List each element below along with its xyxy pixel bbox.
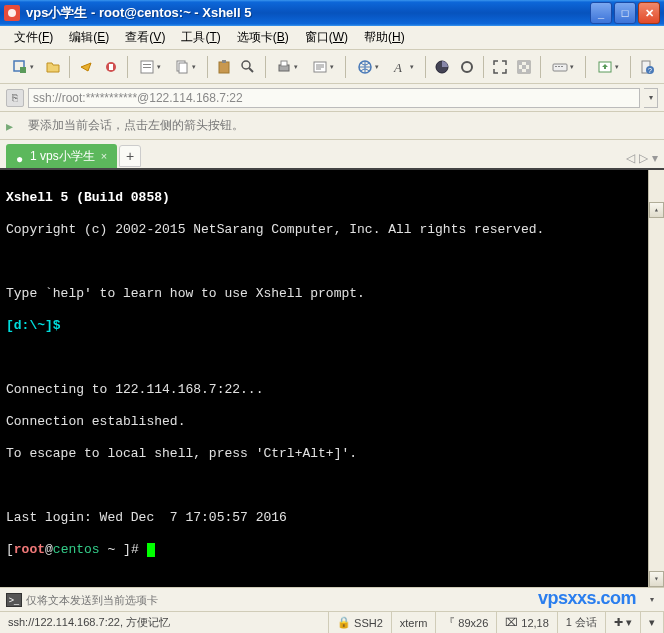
terminal-line: Type `help' to learn how to use Xshell p… bbox=[6, 286, 658, 302]
terminal-output[interactable]: Xshell 5 (Build 0858) Copyright (c) 2002… bbox=[0, 168, 664, 587]
svg-rect-30 bbox=[561, 66, 563, 67]
input-target-dropdown[interactable]: ▾ bbox=[646, 595, 658, 604]
menu-file[interactable]: 文件(F) bbox=[6, 26, 61, 49]
scrollbar-track[interactable] bbox=[649, 186, 664, 571]
color-scheme-button[interactable] bbox=[431, 55, 453, 79]
address-input[interactable] bbox=[28, 88, 640, 108]
keyboard-button[interactable]: ▾ bbox=[546, 55, 580, 79]
terminal-line bbox=[6, 350, 658, 366]
terminal-line: Copyright (c) 2002-2015 NetSarang Comput… bbox=[6, 222, 658, 238]
svg-rect-24 bbox=[522, 65, 526, 69]
scroll-down-button[interactable]: ▾ bbox=[649, 571, 664, 587]
close-button[interactable]: ✕ bbox=[638, 2, 660, 24]
svg-rect-4 bbox=[109, 64, 113, 70]
terminal-line: Connection established. bbox=[6, 414, 658, 430]
status-connection: ssh://122.114.168.7:22, 方便记忆 bbox=[0, 612, 329, 633]
tab-session-1[interactable]: ● 1 vps小学生 × bbox=[6, 144, 117, 168]
app-icon bbox=[4, 5, 20, 21]
tab-nav-left[interactable]: ◁ bbox=[626, 151, 635, 165]
status-sessions: 1 会话 bbox=[558, 612, 606, 633]
status-cap2[interactable]: ▾ bbox=[641, 612, 664, 633]
status-term-type: xterm bbox=[392, 612, 437, 633]
print-button[interactable]: ▾ bbox=[271, 55, 305, 79]
command-input[interactable] bbox=[26, 594, 642, 606]
menu-tabs[interactable]: 选项卡(B) bbox=[229, 26, 297, 49]
terminal-scrollbar[interactable]: ▴ ▾ bbox=[648, 170, 664, 587]
new-session-button[interactable]: ▾ bbox=[6, 55, 40, 79]
svg-rect-2 bbox=[20, 67, 26, 73]
tab-status-icon: ● bbox=[16, 152, 24, 160]
menu-view[interactable]: 查看(V) bbox=[117, 26, 173, 49]
svg-text:?: ? bbox=[648, 67, 652, 74]
fullscreen-button[interactable] bbox=[489, 55, 511, 79]
font-button[interactable]: A▾ bbox=[386, 55, 420, 79]
terminal-line: To escape to local shell, press 'Ctrl+Al… bbox=[6, 446, 658, 462]
svg-point-20 bbox=[462, 62, 472, 72]
svg-point-12 bbox=[242, 61, 250, 69]
disconnect-button[interactable] bbox=[99, 55, 121, 79]
address-dropdown[interactable]: ▾ bbox=[644, 88, 658, 108]
svg-rect-6 bbox=[143, 64, 151, 65]
menu-window[interactable]: 窗口(W) bbox=[297, 26, 356, 49]
status-size: 『 89x26 bbox=[436, 612, 497, 633]
terminal-line bbox=[6, 478, 658, 494]
transfer-button[interactable]: ▾ bbox=[591, 55, 625, 79]
terminal-line: Xshell 5 (Build 0858) bbox=[6, 190, 658, 206]
svg-line-13 bbox=[249, 68, 253, 72]
window-title: vps小学生 - root@centos:~ - Xshell 5 bbox=[26, 4, 590, 22]
open-session-button[interactable] bbox=[42, 55, 64, 79]
svg-rect-9 bbox=[179, 63, 187, 73]
svg-rect-11 bbox=[222, 60, 226, 63]
tab-label: 1 vps小学生 bbox=[30, 148, 95, 165]
terminal-line: Last login: Wed Dec 7 17:05:57 2016 bbox=[6, 510, 658, 526]
hint-text: 要添加当前会话，点击左侧的箭头按钮。 bbox=[28, 117, 244, 134]
menu-edit[interactable]: 编辑(E) bbox=[61, 26, 117, 49]
new-tab-button[interactable]: + bbox=[119, 145, 141, 167]
terminal-line: Connecting to 122.114.168.7:22... bbox=[6, 382, 658, 398]
svg-rect-10 bbox=[219, 62, 229, 73]
tab-close-button[interactable]: × bbox=[101, 150, 107, 162]
svg-rect-7 bbox=[143, 67, 151, 68]
svg-rect-23 bbox=[526, 61, 530, 65]
transparency-button[interactable] bbox=[513, 55, 535, 79]
copy-button[interactable]: ▾ bbox=[168, 55, 202, 79]
highlight-button[interactable] bbox=[455, 55, 477, 79]
find-button[interactable] bbox=[237, 55, 259, 79]
svg-rect-15 bbox=[281, 61, 287, 66]
minimize-button[interactable]: _ bbox=[590, 2, 612, 24]
svg-rect-29 bbox=[558, 66, 560, 67]
command-input-icon: >_ bbox=[6, 593, 22, 607]
cursor-icon bbox=[147, 543, 155, 557]
svg-rect-26 bbox=[526, 69, 530, 73]
svg-point-0 bbox=[8, 9, 16, 17]
help-button[interactable]: ? bbox=[636, 55, 658, 79]
maximize-button[interactable]: □ bbox=[614, 2, 636, 24]
encoding-button[interactable]: ▾ bbox=[351, 55, 385, 79]
menu-help[interactable]: 帮助(H) bbox=[356, 26, 413, 49]
status-cursor-pos: ⌧ 12,18 bbox=[497, 612, 558, 633]
svg-rect-28 bbox=[555, 66, 557, 67]
properties-button[interactable]: ▾ bbox=[133, 55, 167, 79]
svg-text:A: A bbox=[393, 60, 402, 75]
menu-tools[interactable]: 工具(T) bbox=[173, 26, 228, 49]
log-button[interactable]: ▾ bbox=[306, 55, 340, 79]
session-icon: ⎘ bbox=[6, 89, 24, 107]
svg-rect-27 bbox=[553, 64, 567, 71]
tab-nav-dropdown[interactable]: ▾ bbox=[652, 151, 658, 165]
reconnect-button[interactable] bbox=[75, 55, 97, 79]
tab-nav-right[interactable]: ▷ bbox=[639, 151, 648, 165]
terminal-prompt: [d:\~]$ bbox=[6, 318, 658, 334]
terminal-line bbox=[6, 254, 658, 270]
hint-arrow-icon[interactable]: ▸ bbox=[6, 118, 22, 134]
lock-icon: 🔒 bbox=[337, 616, 351, 629]
terminal-prompt-root: [root@centos ~ ]# bbox=[6, 542, 658, 558]
status-cap1[interactable]: ✚ ▾ bbox=[606, 612, 641, 633]
status-protocol: 🔒SSH2 bbox=[329, 612, 392, 633]
svg-rect-25 bbox=[518, 69, 522, 73]
svg-rect-22 bbox=[518, 61, 522, 65]
paste-button[interactable] bbox=[213, 55, 235, 79]
